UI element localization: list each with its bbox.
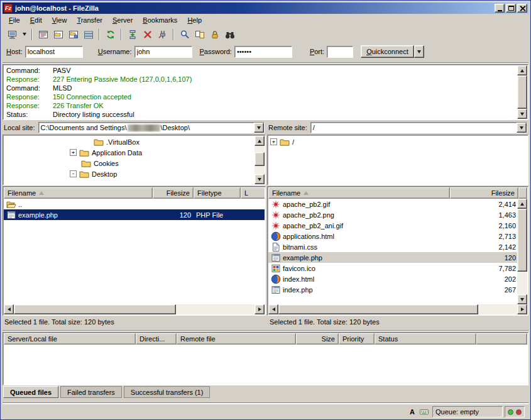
local-file-row[interactable]: .. bbox=[4, 199, 265, 209]
local-path-combobox[interactable]: C:\Documents and Settings\\Desktop\ bbox=[38, 122, 265, 133]
toolbar-separator bbox=[31, 29, 33, 40]
scroll-right-icon bbox=[258, 307, 261, 311]
log-line: Command:MLSD bbox=[5, 84, 515, 92]
queue-column-header-remotefile[interactable]: Remote file bbox=[177, 333, 296, 345]
local-column-header-filetype[interactable]: Filetype bbox=[194, 187, 241, 199]
scroll-right-button[interactable] bbox=[255, 304, 265, 314]
remote-file-row[interactable]: apache_pb2.png1,463 bbox=[268, 209, 517, 220]
toggle-log-button[interactable] bbox=[36, 28, 50, 41]
find-button[interactable] bbox=[222, 28, 237, 41]
scroll-down-button[interactable] bbox=[517, 294, 527, 304]
remote-tree-item[interactable]: +/ bbox=[268, 136, 528, 147]
disconnect-button[interactable] bbox=[155, 28, 170, 41]
remote-file-row[interactable]: bitnami.css2,142 bbox=[268, 241, 517, 252]
local-tree-item[interactable]: -Desktop bbox=[3, 169, 265, 179]
transfer-type-indicator[interactable]: A bbox=[408, 406, 416, 417]
menu-transfer[interactable]: Transfer bbox=[72, 14, 107, 26]
tab-successful-transfers-1-[interactable]: Successful transfers (1) bbox=[124, 386, 211, 398]
scroll-down-button[interactable] bbox=[517, 109, 527, 119]
tree-expander[interactable]: - bbox=[70, 170, 77, 177]
remote-file-row[interactable]: index.html202 bbox=[268, 274, 517, 284]
toggle-local-tree-button[interactable] bbox=[51, 28, 65, 41]
local-file-row[interactable]: example.php120PHP File bbox=[4, 209, 265, 220]
tree-expander[interactable]: + bbox=[70, 149, 77, 156]
scrollbar-thumb[interactable] bbox=[517, 209, 527, 272]
close-button[interactable] bbox=[517, 4, 527, 13]
input-indicator[interactable] bbox=[418, 406, 430, 417]
remote-column-header-filename[interactable]: Filename bbox=[268, 187, 450, 199]
host-input[interactable] bbox=[25, 46, 83, 58]
remote-file-row[interactable]: apache_pb2.gif2,414 bbox=[268, 199, 517, 209]
password-input[interactable] bbox=[234, 46, 292, 58]
scrollbar-thumb[interactable] bbox=[14, 304, 176, 314]
local-column-header-filesize[interactable]: Filesize bbox=[153, 187, 194, 199]
local-tree-scrollbar[interactable] bbox=[255, 136, 265, 184]
process-queue-button[interactable] bbox=[125, 28, 140, 41]
tab-queued-files[interactable]: Queued files bbox=[3, 386, 58, 398]
remote-file-row[interactable]: index.php267 bbox=[268, 284, 517, 295]
local-horizontal-scrollbar[interactable] bbox=[4, 304, 265, 314]
scroll-up-button[interactable] bbox=[517, 199, 527, 209]
site-manager-dropdown[interactable] bbox=[20, 28, 28, 41]
remote-file-row[interactable]: favicon.ico7,782 bbox=[268, 263, 517, 274]
quickconnect-button[interactable]: Quickconnect bbox=[361, 45, 414, 58]
scrollbar-thumb[interactable] bbox=[255, 152, 265, 166]
menu-server[interactable]: Server bbox=[107, 14, 138, 26]
queue-column-header-priority[interactable]: Priority bbox=[339, 333, 375, 345]
menu-file[interactable]: File bbox=[4, 14, 25, 26]
ico-icon bbox=[271, 263, 281, 274]
tree-expander[interactable]: + bbox=[270, 138, 277, 145]
remote-vertical-scrollbar[interactable] bbox=[517, 199, 527, 304]
scroll-down-button[interactable] bbox=[255, 174, 265, 184]
scroll-up-icon bbox=[520, 202, 524, 206]
filter-button[interactable] bbox=[177, 28, 192, 41]
sync-browsing-button[interactable] bbox=[207, 28, 222, 41]
compare-button[interactable] bbox=[192, 28, 207, 41]
toggle-queue-button[interactable] bbox=[81, 28, 96, 41]
menu-bookmarks[interactable]: Bookmarks bbox=[138, 14, 182, 26]
remote-file-row[interactable]: applications.html2,713 bbox=[268, 231, 517, 241]
quickconnect-dropdown[interactable] bbox=[414, 45, 424, 58]
refresh-button[interactable] bbox=[103, 28, 118, 41]
file-cell: 7,782 bbox=[450, 263, 517, 274]
remote-horizontal-scrollbar[interactable] bbox=[268, 304, 527, 314]
scroll-left-button[interactable] bbox=[268, 304, 278, 314]
remote-column-header-filesize[interactable]: Filesize bbox=[450, 187, 518, 199]
minimize-button[interactable] bbox=[495, 4, 505, 13]
tab-failed-transfers[interactable]: Failed transfers bbox=[60, 386, 122, 398]
local-tree-item[interactable]: +Application Data bbox=[3, 147, 265, 158]
remote-file-row[interactable]: apache_pb2_ani.gif2,160 bbox=[268, 220, 517, 231]
local-path-dropdown[interactable] bbox=[254, 123, 264, 133]
scroll-left-button[interactable] bbox=[4, 304, 14, 314]
local-tree-item[interactable]: Cookies bbox=[3, 158, 265, 169]
queue-column-header-size[interactable]: Size bbox=[296, 333, 339, 345]
scrollbar-thumb[interactable] bbox=[278, 304, 478, 314]
remote-path-combobox[interactable]: / bbox=[310, 122, 527, 133]
queue-column-header-directi[interactable]: Directi... bbox=[136, 333, 177, 345]
remote-file-row[interactable]: example.php120 bbox=[268, 252, 517, 263]
scroll-right-button[interactable] bbox=[517, 304, 527, 314]
maximize-button[interactable] bbox=[506, 4, 516, 13]
divider bbox=[3, 330, 528, 331]
username-input[interactable] bbox=[134, 46, 192, 58]
scrollbar-thumb[interactable] bbox=[517, 75, 527, 109]
local-column-header-filename[interactable]: Filename bbox=[4, 187, 153, 199]
title-bar[interactable]: Fz john@localhost - FileZilla bbox=[3, 3, 528, 14]
local-column-header-l[interactable]: L bbox=[241, 187, 265, 199]
scroll-up-button[interactable] bbox=[255, 136, 265, 146]
site-manager-button[interactable] bbox=[5, 28, 19, 41]
scroll-up-button[interactable] bbox=[517, 65, 527, 75]
queue-tabs: Queued filesFailed transfersSuccessful t… bbox=[3, 386, 528, 399]
queue-column-header-serverlocalfile[interactable]: Server/Local file bbox=[4, 333, 136, 345]
menu-help[interactable]: Help bbox=[182, 14, 207, 26]
queue-column-header-status[interactable]: Status bbox=[375, 333, 476, 345]
remote-path-dropdown[interactable] bbox=[517, 123, 527, 133]
toggle-remote-tree-button[interactable] bbox=[66, 28, 80, 41]
log-vertical-scrollbar[interactable] bbox=[517, 65, 527, 119]
file-name-cell: index.html bbox=[268, 274, 450, 284]
menu-edit[interactable]: Edit bbox=[25, 14, 47, 26]
cancel-button[interactable] bbox=[140, 28, 155, 41]
menu-view[interactable]: View bbox=[47, 14, 72, 26]
local-tree-item[interactable]: .VirtualBox bbox=[3, 136, 265, 147]
port-input[interactable] bbox=[327, 46, 353, 58]
